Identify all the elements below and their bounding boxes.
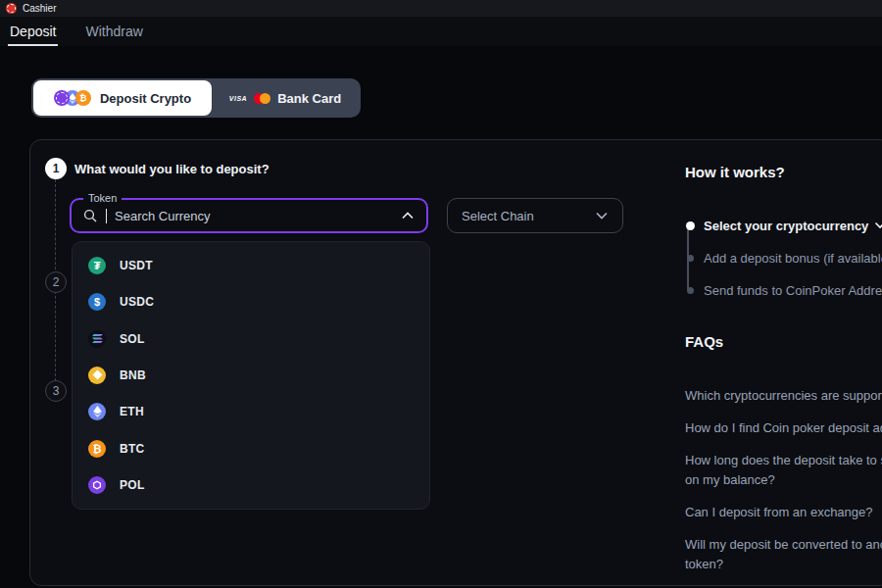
sol-icon [88,330,106,348]
text-cursor [106,209,107,223]
token-dropdown-list: ₮ USDT $ USDC SOL [72,241,430,510]
faq-line: on my balance? [685,470,882,490]
usdt-icon: ₮ [88,257,106,274]
token-option-btc[interactable]: ₿ BTC [73,430,429,466]
step-1-badge: 1 [45,158,67,179]
mastercard-icon [254,93,270,104]
chevron-down-icon[interactable] [874,221,882,229]
token-option-usdc[interactable]: $ USDC [73,283,429,319]
hiw-step-bonus[interactable]: Add a deposit bonus (if available) [685,248,882,268]
btc-icon: ₿ [88,440,106,458]
visa-icon: VISA [229,95,247,102]
deposit-method-toggle: ₿ Deposit Crypto VISA Bank Card [31,78,361,118]
chp-coin-icon [54,90,70,106]
faq-question-exchange-deposit[interactable]: Can I deposit from an exchange? [685,503,882,522]
bank-card-label: Bank Card [277,91,341,106]
faqs-title: FAQs [685,333,723,350]
faq-line: token? [685,555,882,574]
timeline-dot [687,255,694,262]
chevron-down-icon [595,211,609,220]
hiw-step-label: Select your cryptocurrency [704,219,868,233]
token-field-label: Token [83,192,122,204]
eth-icon [88,403,106,420]
token-option-usdt[interactable]: ₮ USDT [73,247,429,283]
deposit-crypto-segment[interactable]: ₿ Deposit Crypto [33,80,212,116]
crypto-coins-icon: ₿ [54,90,91,106]
chain-select-placeholder: Select Chain [462,209,595,223]
hiw-step-send-funds[interactable]: Send funds to CoinPoker Address [685,280,882,300]
window-titlebar: Cashier [0,0,882,17]
hiw-step-select-crypto[interactable]: Select your cryptocurrency [685,216,882,235]
timeline-dot [687,287,694,294]
faq-line: How long does the deposit take to show [685,451,882,470]
step-3-badge: 3 [45,380,67,402]
token-symbol: POL [120,478,145,492]
faq-question-deposit-time[interactable]: How long does the deposit take to show o… [685,451,882,490]
token-option-eth[interactable]: ETH [73,394,429,430]
token-option-bnb[interactable]: BNB [73,357,429,393]
step-1-question: What would you like to deposit? [74,162,270,176]
token-search-field[interactable]: Token Search Currency [70,198,428,233]
tab-withdraw[interactable]: Withdraw [83,24,144,46]
token-symbol: BTC [120,442,145,456]
how-it-works-timeline: Select your cryptocurrency Add a deposit… [685,216,882,313]
usdc-icon: $ [88,293,106,311]
token-symbol: SOL [120,332,145,346]
deposit-panel: 1 2 3 What would you like to deposit? To… [29,139,882,586]
tab-deposit[interactable]: Deposit [8,24,58,46]
coinpoker-logo-icon [6,3,17,14]
faq-line: Can I deposit from an exchange? [685,503,882,522]
bank-card-segment[interactable]: VISA Bank Card [212,80,359,116]
faq-list: Which cryptocurrencies are supported? Ho… [685,386,882,587]
how-it-works-title: How it works? [685,164,785,180]
cashier-tabs: Deposit Withdraw [0,17,882,46]
token-search-placeholder: Search Currency [115,209,393,223]
token-symbol: ETH [120,405,144,418]
pol-icon [88,476,106,494]
search-icon [83,209,98,223]
cashier-content: ₿ Deposit Crypto VISA Bank Card 1 2 3 Wh… [0,46,882,588]
timeline-dot-active [686,221,695,230]
bnb-icon [88,367,106,384]
hiw-step-label: Add a deposit bonus (if available) [704,251,882,266]
token-symbol: USDT [120,259,153,272]
token-option-sol[interactable]: SOL [73,320,429,357]
faq-line: Will my deposit be converted to another [685,535,882,555]
faq-line: Which cryptocurrencies are supported? [685,386,882,406]
faq-line: How do I find Coin poker deposit address… [685,418,882,438]
token-symbol: BNB [120,368,146,382]
faq-question-deposit-address[interactable]: How do I find Coin poker deposit address… [685,418,882,438]
step-2-badge: 2 [45,271,67,293]
window-title: Cashier [23,3,56,14]
chain-select[interactable]: Select Chain [447,198,623,233]
token-symbol: USDC [120,295,154,309]
token-option-pol[interactable]: POL [73,467,429,504]
deposit-crypto-label: Deposit Crypto [100,91,191,106]
faq-question-supported-cryptos[interactable]: Which cryptocurrencies are supported? [685,386,882,406]
hiw-step-label: Send funds to CoinPoker Address [704,283,882,298]
btc-coin-icon: ₿ [75,90,91,106]
faq-question-token-conversion[interactable]: Will my deposit be converted to another … [685,535,882,574]
chevron-up-icon[interactable] [401,211,415,220]
